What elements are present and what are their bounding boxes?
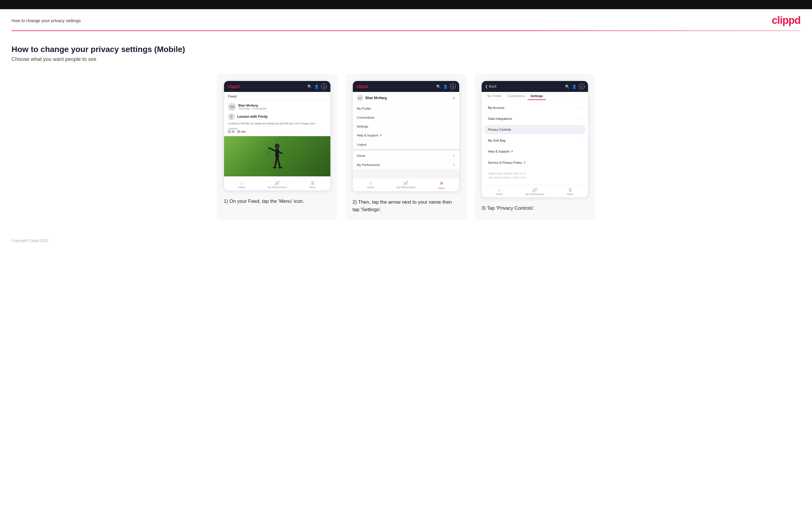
menu-avatar: BM	[357, 95, 363, 101]
settings-item-golf-bag[interactable]: My Golf Bag ›	[485, 136, 585, 145]
nav-performance-1[interactable]: 📈 My Performance	[259, 181, 295, 189]
phone-logo-1: clippd	[227, 84, 239, 89]
search-icon-2[interactable]: 🔍	[436, 84, 441, 89]
my-account-label: My Account	[488, 106, 504, 109]
menu-section-home[interactable]: Home ∨	[353, 151, 459, 160]
menu-item-logout[interactable]: Logout	[353, 140, 459, 149]
nav-home-1[interactable]: ⌂ Home	[224, 181, 259, 189]
menu-user-info: BM Blair McHarg	[357, 95, 387, 101]
menu-item-settings[interactable]: Settings	[353, 122, 459, 131]
clippd-logo: clippd	[772, 14, 801, 26]
nav-menu-label-3: Menu	[567, 193, 574, 195]
settings-item-my-account[interactable]: My Account ›	[485, 103, 585, 112]
user-icon-2[interactable]: 👤	[443, 84, 448, 89]
settings-icon-3[interactable]: ⊙	[579, 83, 585, 89]
nav-menu-3[interactable]: ☰ Menu	[553, 187, 588, 195]
nav-performance-3[interactable]: 📈 My Performance	[517, 187, 552, 195]
nav-home-label-2: Home	[367, 186, 374, 189]
settings-item-help[interactable]: Help & Support ↗	[485, 147, 585, 156]
phone-icons-2: 🔍 👤 ⊙	[436, 83, 456, 89]
phone-bottom-nav-1: ⌂ Home 📈 My Performance ☰ Menu	[224, 178, 331, 190]
duration-label: Duration	[228, 127, 326, 130]
page-subheading: Choose what you want people to see	[11, 56, 801, 62]
menu-user-row[interactable]: BM Blair McHarg ∧	[353, 92, 459, 104]
nav-menu-1[interactable]: ☰ Menu	[295, 181, 331, 189]
chevron-down-icon: ∨	[453, 154, 455, 157]
settings-icon[interactable]: ⊙	[321, 83, 327, 89]
svg-line-6	[278, 158, 280, 167]
feed-tab: Feed	[224, 92, 331, 100]
nav-home-label-3: Home	[496, 193, 503, 195]
tab-my-profile[interactable]: My Profile	[485, 92, 504, 100]
chart-icon-2: 📈	[403, 181, 408, 185]
chevron-right-icon-3: ›	[580, 128, 582, 131]
copyright: Copyright Clippd 2022	[11, 238, 49, 243]
chart-icon-3: 📈	[532, 187, 537, 192]
main-content: How to change your privacy settings (Mob…	[0, 31, 812, 231]
section-perf-label: My Performance	[357, 163, 380, 167]
help-support-label: Help & Support ↗	[488, 150, 513, 153]
nav-perf-label-3: My Performance	[525, 193, 544, 195]
step-2-desc: 2) Then, tap the arrow next to your name…	[353, 199, 459, 213]
golf-bag-label: My Golf Bag	[488, 139, 506, 142]
page-heading: How to change your privacy settings (Mob…	[11, 45, 801, 54]
settings-icon-2[interactable]: ⊙	[450, 83, 456, 89]
lesson-desc: Looking to feel like my hands are exitin…	[228, 122, 326, 125]
lesson-avatar: 🏌	[228, 113, 235, 120]
nav-close-2[interactable]: ✕ Menu	[424, 181, 459, 189]
svg-line-5	[275, 158, 277, 167]
phone-bottom-nav-3: ⌂ Home 📈 My Performance ☰ Menu	[481, 185, 588, 198]
footer: Copyright Clippd 2022	[0, 231, 812, 251]
top-bar	[0, 0, 812, 9]
chart-icon: 📈	[274, 181, 280, 185]
step-1-desc: 1) On your Feed, tap the 'Menu' icon.	[224, 198, 331, 205]
svg-point-0	[275, 143, 280, 149]
search-icon[interactable]: 🔍	[307, 84, 312, 89]
tab-settings[interactable]: Settings	[527, 92, 546, 100]
settings-item-data-integrations[interactable]: Data Integrations ›	[485, 114, 585, 123]
phone-icons-3: 🔍 👤 ⊙	[565, 83, 585, 89]
header-title: How to change your privacy settings	[11, 18, 81, 23]
card-3: ❮ Back 🔍 👤 ⊙ My Profile Connections Sett…	[474, 74, 595, 220]
menu-item-help[interactable]: Help & Support ↗	[353, 131, 459, 140]
phone-top-bar-1: clippd 🔍 👤 ⊙	[224, 81, 331, 92]
card-2: clippd 🔍 👤 ⊙ BM Blair McHarg	[346, 74, 466, 220]
menu-dropdown: BM Blair McHarg ∧ My Profile Connections…	[353, 92, 459, 149]
nav-perf-label-2: My Performance	[397, 186, 415, 189]
version-line-2: GQL Server Version: 2022.7.30-1	[488, 175, 582, 179]
section-home-label: Home	[357, 154, 365, 157]
user-icon-3[interactable]: 👤	[572, 84, 576, 89]
nav-home-3[interactable]: ⌂ Home	[481, 187, 517, 195]
phone-mockup-3: ❮ Back 🔍 👤 ⊙ My Profile Connections Sett…	[481, 81, 588, 198]
phone-bottom-nav-2: ⌂ Home 📈 My Performance ✕ Menu	[353, 178, 459, 191]
phone-mockup-1: clippd 🔍 👤 ⊙ Feed BM Blair McHarg	[224, 81, 331, 191]
chevron-right-icon-2: ›	[580, 117, 582, 120]
settings-back-bar: ❮ Back 🔍 👤 ⊙	[481, 81, 588, 92]
settings-tabs: My Profile Connections Settings	[481, 92, 588, 100]
nav-menu-label: Menu	[309, 186, 316, 189]
avatar: BM	[228, 103, 236, 111]
svg-line-4	[267, 148, 269, 156]
close-icon: ✕	[440, 181, 443, 186]
menu-section-performance[interactable]: My Performance ∨	[353, 160, 459, 169]
lesson-row: 🏌 Lesson with Fordy	[228, 113, 326, 120]
tab-connections[interactable]: Connections	[504, 92, 527, 100]
menu-icon: ☰	[311, 181, 314, 185]
menu-item-profile[interactable]: My Profile	[353, 104, 459, 113]
settings-item-service-policy[interactable]: Service & Privacy Policy ↗	[485, 158, 585, 167]
menu-item-connections[interactable]: Connections	[353, 113, 459, 122]
header: How to change your privacy settings clip…	[0, 9, 812, 31]
nav-menu-label-2: Menu	[438, 187, 445, 189]
nav-perf-label: My Performance	[268, 186, 287, 189]
user-icon[interactable]: 👤	[314, 84, 319, 89]
version-line-1: Clippd Client Version: 2022.8.3-3	[488, 171, 582, 175]
duration-value: 01 hr : 30 min	[228, 130, 326, 133]
chevron-right-icon-1: ›	[580, 106, 582, 109]
search-icon-3[interactable]: 🔍	[565, 84, 570, 89]
settings-item-privacy-controls[interactable]: Privacy Controls ›	[485, 125, 585, 134]
back-button[interactable]: ❮ Back	[485, 84, 497, 89]
data-integrations-label: Data Integrations	[488, 117, 512, 120]
post-header: BM Blair McHarg Yesterday · Sunningdale	[228, 103, 326, 111]
nav-performance-2[interactable]: 📈 My Performance	[388, 181, 423, 189]
nav-home-2[interactable]: ⌂ Home	[353, 181, 388, 189]
